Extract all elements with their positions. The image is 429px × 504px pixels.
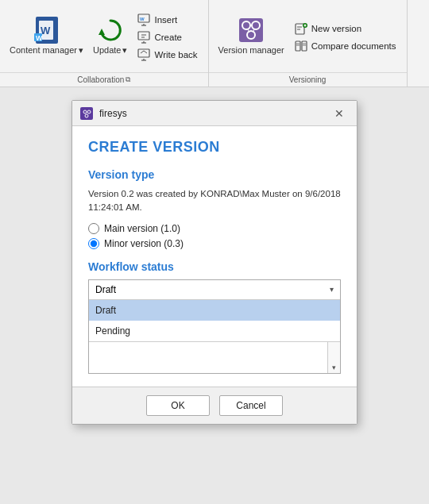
svg-text:W: W: [140, 17, 145, 21]
create-icon: [137, 31, 150, 44]
minor-version-label: Minor version (0.3): [104, 238, 184, 249]
versioning-group-content: Version manager New v: [209, 0, 407, 72]
scrollbar-arrow-down: ▾: [332, 364, 336, 371]
dialog-footer: OK Cancel: [72, 387, 357, 424]
insert-icon: W: [137, 13, 150, 26]
dialog-body: CREATE VERSION Version type Version 0.2 …: [72, 126, 357, 387]
workflow-status-title: Workflow status: [88, 260, 341, 273]
main-version-radio[interactable]: [88, 223, 99, 234]
insert-label: Insert: [154, 15, 177, 25]
dialog-title-icon: [80, 107, 93, 120]
dropdown-option-pending[interactable]: Pending: [89, 321, 340, 341]
content-manager-button[interactable]: W W Content manager ▾: [6, 14, 87, 59]
versioning-group-footer: Versioning: [209, 72, 407, 87]
create-button[interactable]: Create: [133, 29, 201, 45]
create-version-dialog: firesys ✕ CREATE VERSION Version type Ve…: [72, 100, 358, 425]
dropdown-arrow-icon: ▾: [330, 285, 334, 294]
update-button[interactable]: Update ▾: [90, 14, 130, 59]
versioning-label: Versioning: [289, 75, 327, 84]
new-version-icon: [295, 22, 307, 35]
collaboration-expander-icon[interactable]: ⧉: [126, 75, 130, 84]
compare-documents-button[interactable]: Compare documents: [291, 38, 400, 54]
dialog-title-text: firesys: [99, 108, 323, 119]
dialog-titlebar: firesys ✕: [72, 101, 357, 126]
dialog-close-button[interactable]: ✕: [330, 104, 349, 123]
update-label: Update ▾: [93, 45, 127, 56]
dialog-heading: CREATE VERSION: [88, 139, 341, 156]
write-back-button[interactable]: Write back: [133, 47, 201, 63]
workflow-dropdown[interactable]: Draft ▾ Draft Pending ▾: [88, 279, 341, 374]
collaboration-group-footer: Collaboration ⧉: [0, 72, 208, 87]
dropdown-options: Draft Pending ▾: [89, 299, 340, 373]
below-ribbon-area: firesys ✕ CREATE VERSION Version type Ve…: [0, 87, 429, 504]
workflow-section: Workflow status Draft ▾ Draft Pending ▾: [88, 260, 341, 374]
ok-button[interactable]: OK: [146, 395, 210, 416]
version-manager-label: Version manager: [218, 45, 284, 56]
minor-version-row: Minor version (0.3): [88, 238, 341, 249]
version-manager-button[interactable]: Version manager: [215, 14, 288, 59]
create-label: Create: [154, 33, 182, 42]
insert-button[interactable]: W Insert: [133, 12, 201, 28]
svg-rect-31: [296, 41, 300, 51]
compare-documents-icon: [295, 40, 307, 52]
svg-rect-32: [302, 41, 307, 51]
dropdown-scrollbar[interactable]: ▾: [327, 342, 340, 373]
new-version-label: New version: [311, 24, 361, 33]
compare-documents-label: Compare documents: [311, 41, 396, 51]
minor-version-radio[interactable]: [88, 238, 99, 249]
insert-create-writeback-group: W Insert Create: [133, 12, 201, 63]
write-back-label: Write back: [154, 50, 197, 60]
content-manager-icon: W W: [34, 17, 60, 43]
content-manager-label: Content manager ▾: [10, 45, 83, 56]
collaboration-label: Collaboration: [77, 75, 124, 84]
dropdown-selected-value: Draft: [95, 284, 116, 295]
new-version-button[interactable]: New version: [291, 21, 400, 37]
main-version-row: Main version (1.0): [88, 223, 341, 234]
cancel-button[interactable]: Cancel: [219, 395, 283, 416]
write-back-icon: [137, 48, 150, 61]
dropdown-option-draft[interactable]: Draft: [89, 300, 340, 321]
svg-rect-10: [138, 32, 149, 40]
dropdown-empty-area: ▾: [89, 341, 340, 373]
ribbon: W W Content manager ▾: [0, 0, 429, 87]
update-icon: [98, 17, 123, 43]
dropdown-selected[interactable]: Draft ▾: [89, 280, 340, 299]
version-info-text: Version 0.2 was created by KONRAD\Max Mu…: [88, 187, 341, 215]
svg-marker-5: [99, 29, 105, 35]
version-manager-icon: [238, 17, 264, 43]
new-version-compare-group: New version Compare documents: [291, 21, 400, 54]
version-type-title: Version type: [88, 168, 341, 181]
versioning-group: Version manager New v: [209, 0, 408, 87]
collaboration-group-content: W W Content manager ▾: [0, 0, 208, 72]
collaboration-group: W W Content manager ▾: [0, 0, 209, 87]
svg-text:W: W: [36, 34, 43, 42]
main-version-label: Main version (1.0): [104, 223, 180, 234]
